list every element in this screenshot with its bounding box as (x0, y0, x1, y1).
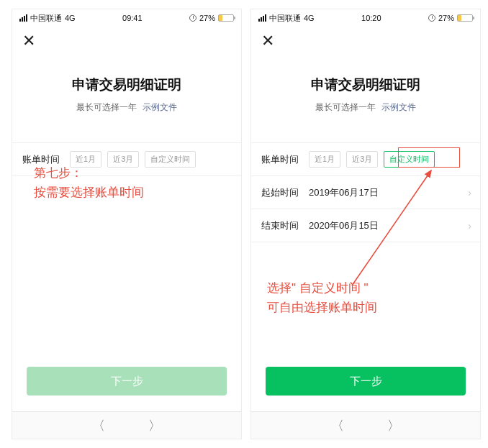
network-label: 4G (304, 14, 315, 22)
nav-back-icon[interactable]: 〈 (92, 417, 105, 434)
page-title: 申请交易明细证明 (251, 76, 480, 94)
battery-percent: 27% (438, 14, 454, 22)
close-icon[interactable]: ✕ (22, 33, 35, 49)
carrier-label: 中国联通 (269, 13, 301, 24)
signal-icon (258, 14, 266, 22)
chip-3month[interactable]: 近3月 (346, 151, 378, 168)
bottom-nav: 〈 〉 (12, 411, 241, 439)
page-title: 申请交易明细证明 (12, 76, 241, 94)
nav-forward-icon[interactable]: 〉 (148, 417, 161, 434)
chevron-right-icon: › (468, 187, 471, 198)
page-content: 申请交易明细证明 最长可选择一年 示例文件 账单时间 近1月 近3月 自定义时间… (12, 55, 241, 411)
annotation-step7: 第七步： 按需要选择账单时间 (34, 163, 144, 202)
nav-forward-icon[interactable]: 〉 (387, 417, 400, 434)
status-bar: 中国联通 4G 10:20 27% (251, 9, 480, 27)
status-bar: 中国联通 4G 09:41 27% (12, 9, 241, 27)
phone-left: 中国联通 4G 09:41 27% ✕ 申请交易明细证明 最长可选择一年 示例文… (12, 9, 242, 439)
next-button[interactable]: 下一步 (27, 367, 227, 396)
network-label: 4G (65, 14, 76, 22)
bottom-nav: 〈 〉 (251, 411, 480, 439)
chip-custom[interactable]: 自定义时间 (384, 151, 435, 168)
alarm-icon (428, 14, 435, 22)
clock-time: 10:20 (361, 14, 381, 22)
nav-bar: ✕ (12, 27, 241, 55)
carrier-label: 中国联通 (30, 13, 62, 24)
end-time-value: 2020年06月15日 (309, 219, 379, 232)
chip-custom[interactable]: 自定义时间 (145, 151, 196, 168)
start-time-row[interactable]: 起始时间 2019年06月17日 › (251, 176, 480, 209)
battery-icon (457, 14, 473, 22)
page-subtitle: 最长可选择一年 示例文件 (12, 101, 241, 114)
chevron-right-icon: › (468, 220, 471, 232)
start-time-value: 2019年06月17日 (309, 186, 379, 199)
phone-right: 中国联通 4G 10:20 27% ✕ 申请交易明细证明 最长可选择一年 示例文… (250, 9, 481, 439)
signal-icon (19, 14, 27, 22)
annotation-custom-time: 选择" 自定义时间 " 可自由选择账单时间 (267, 278, 377, 317)
close-icon[interactable]: ✕ (261, 33, 274, 49)
start-time-label: 起始时间 (261, 186, 309, 199)
next-button[interactable]: 下一步 (266, 367, 466, 396)
alarm-icon (189, 14, 196, 22)
end-time-label: 结束时间 (261, 219, 309, 232)
battery-percent: 27% (199, 14, 215, 22)
subtitle-text: 最长可选择一年 (315, 102, 376, 112)
nav-back-icon[interactable]: 〈 (331, 417, 344, 434)
page-subtitle: 最长可选择一年 示例文件 (251, 101, 480, 114)
example-file-link[interactable]: 示例文件 (381, 102, 416, 112)
chip-1month[interactable]: 近1月 (309, 151, 340, 168)
bill-time-label: 账单时间 (261, 153, 309, 166)
end-time-row[interactable]: 结束时间 2020年06月15日 › (251, 209, 480, 242)
nav-bar: ✕ (251, 27, 480, 55)
example-file-link[interactable]: 示例文件 (143, 102, 177, 112)
subtitle-text: 最长可选择一年 (76, 102, 137, 112)
battery-icon (218, 14, 234, 22)
clock-time: 09:41 (122, 14, 143, 22)
bill-time-row: 账单时间 近1月 近3月 自定义时间 (251, 143, 480, 176)
page-content: 申请交易明细证明 最长可选择一年 示例文件 账单时间 近1月 近3月 自定义时间… (251, 55, 480, 411)
